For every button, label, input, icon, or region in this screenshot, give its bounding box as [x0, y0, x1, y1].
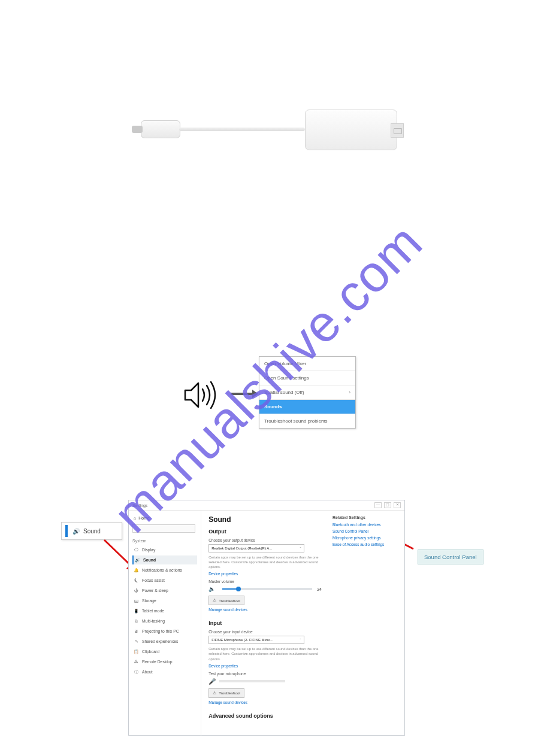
home-label: Home: [138, 516, 150, 520]
related-heading: Related Settings: [333, 515, 401, 520]
speaker-icon: 🔊: [72, 528, 80, 535]
output-device-value: Realtek Digital Output (Realtek(R) A...: [211, 546, 272, 550]
test-mic-label: Test your microphone: [208, 672, 322, 676]
selection-indicator: [65, 525, 68, 537]
master-volume-row: 🔈 24: [208, 586, 322, 592]
output-choose-label: Choose your output device: [208, 538, 322, 542]
input-device-select[interactable]: FIFINE Microphone (2- FIFINE Micro... ˅: [208, 636, 304, 644]
titlebar: Settings — ▢ ✕: [129, 500, 404, 511]
troubleshoot-mic-button[interactable]: ⚠ Troubleshoot: [208, 688, 244, 698]
button-label: Troubleshoot: [219, 691, 240, 695]
tray-speaker-icon[interactable]: [183, 378, 219, 414]
sidebar-item-about[interactable]: ⓘAbout: [132, 667, 197, 676]
info-icon: ⓘ: [134, 669, 139, 675]
maximize-button[interactable]: ▢: [384, 502, 391, 508]
sound-context-menu: Open Volume Mixer Open Sound settings Sp…: [259, 356, 356, 429]
sidebar-item-label: Clipboard: [142, 649, 159, 654]
button-label: Troubleshoot: [219, 599, 240, 603]
bell-icon: 🔔: [134, 567, 139, 573]
related-link-mic-privacy[interactable]: Microphone privacy settings: [333, 536, 401, 540]
related-settings: Related Settings Bluetooth and other dev…: [329, 511, 404, 736]
output-device-select[interactable]: Realtek Digital Output (Realtek(R) A... …: [208, 544, 304, 552]
chevron-down-icon: ˅: [300, 638, 301, 642]
sidebar-item-projecting[interactable]: 🖥Projecting to this PC: [132, 627, 197, 636]
sidebar-item-power-sleep[interactable]: ⏻Power & sleep: [132, 586, 197, 595]
home-icon: ⌂: [134, 516, 136, 520]
sidebar-item-focus-assist[interactable]: ⏾Focus assist: [132, 576, 197, 585]
menu-item-open-sound-settings[interactable]: Open Sound settings: [259, 371, 355, 385]
sidebar-item-clipboard[interactable]: 📋Clipboard: [132, 647, 197, 656]
related-link-ease-of-access[interactable]: Ease of Access audio settings: [333, 542, 401, 546]
usb-c-adapter-image: [141, 105, 398, 153]
sidebar-nav: 🖵Display 🔊Sound 🔔Notifications & actions…: [132, 545, 197, 676]
related-link-bluetooth[interactable]: Bluetooth and other devices: [333, 523, 401, 527]
search-input[interactable]: [132, 524, 195, 533]
input-desc: Certain apps may be set up to use differ…: [208, 646, 322, 661]
display-icon: 🖵: [134, 547, 139, 552]
adapter-body: [305, 110, 397, 150]
menu-item-sounds[interactable]: Sounds: [259, 399, 355, 414]
close-button[interactable]: ✕: [394, 502, 401, 508]
home-link[interactable]: ⌂ Home: [132, 514, 197, 522]
related-link-sound-control-panel[interactable]: Sound Control Panel: [333, 529, 401, 533]
window-content: ⌂ Home System 🖵Display 🔊Sound 🔔Notificat…: [129, 511, 404, 736]
menu-item-label: Troubleshoot sound problems: [264, 418, 328, 424]
speaker-icon: 🔈: [208, 586, 215, 592]
sidebar-item-label: Notifications & actions: [142, 568, 182, 572]
multitask-icon: ⧉: [134, 618, 139, 624]
callout-label: Sound: [83, 528, 101, 535]
sidebar-item-label: About: [142, 670, 153, 674]
sidebar-item-sound[interactable]: 🔊Sound: [132, 555, 197, 564]
microphone-icon: 🎤: [208, 678, 216, 685]
sidebar-item-shared-exp[interactable]: ✎Shared experiences: [132, 637, 197, 646]
sidebar-item-label: Display: [142, 548, 155, 552]
sidebar-item-label: Storage: [142, 599, 156, 603]
device-properties-link-2[interactable]: Device properties: [208, 664, 238, 668]
sidebar-item-multitasking[interactable]: ⧉Multi-tasking: [132, 617, 197, 626]
menu-item-label: Open Sound settings: [264, 375, 309, 381]
manage-sound-devices-link[interactable]: Manage sound devices: [208, 608, 247, 612]
moon-icon: ⏾: [134, 578, 139, 583]
sidebar-item-remote-desktop[interactable]: 🖧Remote Desktop: [132, 657, 197, 666]
usb-a-port-icon: [391, 123, 404, 138]
warning-icon: ⚠: [213, 598, 216, 603]
page: manualshive.com Open Volume Mixer Open S…: [0, 0, 535, 756]
slider-thumb[interactable]: [236, 587, 241, 591]
manage-sound-devices-link-2[interactable]: Manage sound devices: [208, 700, 247, 705]
troubleshoot-button[interactable]: ⚠ Troubleshoot: [208, 596, 244, 605]
share-icon: ✎: [134, 639, 139, 644]
page-title: Sound: [208, 515, 322, 524]
clipboard-icon: 📋: [134, 649, 139, 654]
settings-window: Settings — ▢ ✕ ⌂ Home System 🖵Display 🔊S…: [128, 500, 405, 736]
master-volume-slider[interactable]: [222, 586, 312, 592]
sound-control-panel-callout: Sound Control Panel: [418, 549, 483, 564]
callout-label: Sound Control Panel: [424, 554, 477, 560]
main-panel: Sound Output Choose your output device R…: [201, 511, 329, 736]
device-properties-link[interactable]: Device properties: [208, 572, 238, 576]
arrow-right-icon: [231, 393, 253, 395]
menu-item-open-volume-mixer[interactable]: Open Volume Mixer: [259, 357, 355, 371]
output-desc: Certain apps may be set up to use differ…: [208, 555, 322, 569]
sidebar-item-label: Shared experiences: [142, 639, 178, 643]
menu-item-spatial-sound[interactable]: Spatial sound (Off) ›: [259, 385, 355, 399]
sidebar-item-notifications[interactable]: 🔔Notifications & actions: [132, 566, 197, 575]
power-icon: ⏻: [134, 588, 139, 593]
sidebar-item-label: Remote Desktop: [142, 660, 173, 664]
input-choose-label: Choose your input device: [208, 630, 322, 634]
minimize-button[interactable]: —: [374, 502, 382, 508]
sidebar-item-display[interactable]: 🖵Display: [132, 545, 197, 554]
sidebar-item-label: Projecting to this PC: [142, 629, 179, 633]
sidebar-item-label: Power & sleep: [142, 588, 168, 593]
chevron-down-icon: ˅: [300, 546, 301, 551]
menu-item-label: Spatial sound (Off): [264, 390, 304, 395]
window-buttons: — ▢ ✕: [374, 502, 401, 508]
sidebar-item-tablet-mode[interactable]: 📱Tablet mode: [132, 606, 197, 615]
drive-icon: 🖴: [134, 598, 139, 603]
chevron-right-icon: ›: [349, 390, 350, 395]
sidebar-item-label: Tablet mode: [142, 609, 164, 613]
sidebar-item-label: Multi-tasking: [142, 619, 165, 623]
sidebar-heading: System: [132, 539, 197, 543]
sidebar-item-storage[interactable]: 🖴Storage: [132, 596, 197, 605]
input-heading: Input: [208, 620, 322, 626]
menu-item-troubleshoot[interactable]: Troubleshoot sound problems: [259, 414, 355, 428]
